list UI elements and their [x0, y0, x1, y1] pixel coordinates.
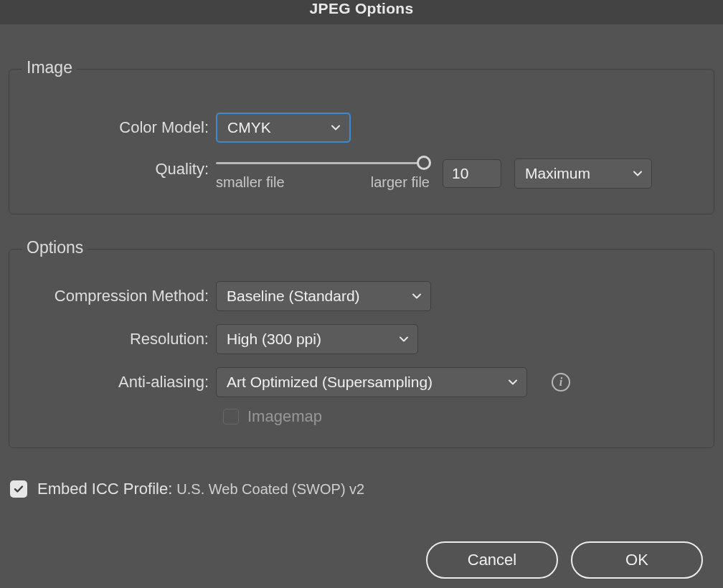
quality-label: Quality:: [31, 156, 216, 179]
quality-row: Quality: smaller file larger file 10: [31, 156, 692, 191]
compression-label: Compression Method:: [31, 287, 216, 305]
options-group-legend: Options: [22, 238, 88, 257]
color-model-value: CMYK: [227, 119, 271, 136]
info-glyph: i: [559, 376, 562, 389]
resolution-select[interactable]: High (300 ppi): [216, 324, 418, 354]
cancel-button-label: Cancel: [468, 551, 516, 569]
quality-smaller-label: smaller file: [216, 174, 285, 191]
anti-aliasing-value: Art Optimized (Supersampling): [227, 374, 433, 391]
quality-value: 10: [452, 165, 468, 182]
resolution-row: Resolution: High (300 ppi): [31, 324, 692, 354]
quality-preset-value: Maximum: [525, 165, 590, 182]
quality-slider-track: [216, 162, 430, 164]
anti-aliasing-label: Anti-aliasing:: [31, 373, 216, 392]
chevron-down-icon: [633, 169, 643, 179]
color-model-row: Color Model: CMYK: [31, 113, 692, 143]
chevron-down-icon: [331, 123, 341, 133]
anti-aliasing-row: Anti-aliasing: Art Optimized (Supersampl…: [31, 367, 692, 397]
chevron-down-icon: [412, 291, 422, 301]
compression-select[interactable]: Baseline (Standard): [216, 281, 431, 311]
chevron-down-icon: [508, 377, 518, 387]
imagemap-row: Imagemap: [223, 407, 692, 426]
ok-button[interactable]: OK: [571, 541, 703, 579]
options-group: Options Compression Method: Baseline (St…: [9, 249, 714, 448]
embed-icc-checkbox[interactable]: [10, 480, 27, 498]
embed-icc-label: Embed ICC Profile:: [37, 480, 172, 498]
image-group-legend: Image: [22, 58, 77, 77]
embed-icc-profile: U.S. Web Coated (SWOP) v2: [176, 481, 364, 498]
quality-slider-thumb[interactable]: [417, 156, 431, 170]
color-model-label: Color Model:: [31, 118, 216, 137]
dialog-titlebar: JPEG Options: [0, 0, 723, 24]
imagemap-label: Imagemap: [247, 407, 322, 426]
compression-value: Baseline (Standard): [227, 288, 360, 305]
cancel-button[interactable]: Cancel: [426, 541, 558, 579]
embed-icc-row: Embed ICC Profile: U.S. Web Coated (SWOP…: [10, 480, 714, 498]
dialog-title: JPEG Options: [310, 0, 414, 17]
chevron-down-icon: [399, 334, 409, 344]
info-icon[interactable]: i: [552, 373, 570, 392]
resolution-value: High (300 ppi): [227, 331, 321, 348]
ok-button-label: OK: [625, 551, 648, 569]
color-model-select[interactable]: CMYK: [216, 113, 351, 143]
quality-larger-label: larger file: [371, 174, 430, 191]
compression-row: Compression Method: Baseline (Standard): [31, 281, 692, 311]
imagemap-checkbox[interactable]: [223, 409, 239, 425]
quality-preset-select[interactable]: Maximum: [514, 158, 652, 189]
quality-input[interactable]: 10: [443, 159, 501, 188]
resolution-label: Resolution:: [31, 330, 216, 348]
dialog-button-row: Cancel OK: [9, 541, 714, 579]
quality-slider[interactable]: [216, 156, 430, 170]
anti-aliasing-select[interactable]: Art Optimized (Supersampling): [216, 367, 527, 397]
image-group: Image Color Model: CMYK Quality:: [9, 69, 714, 214]
